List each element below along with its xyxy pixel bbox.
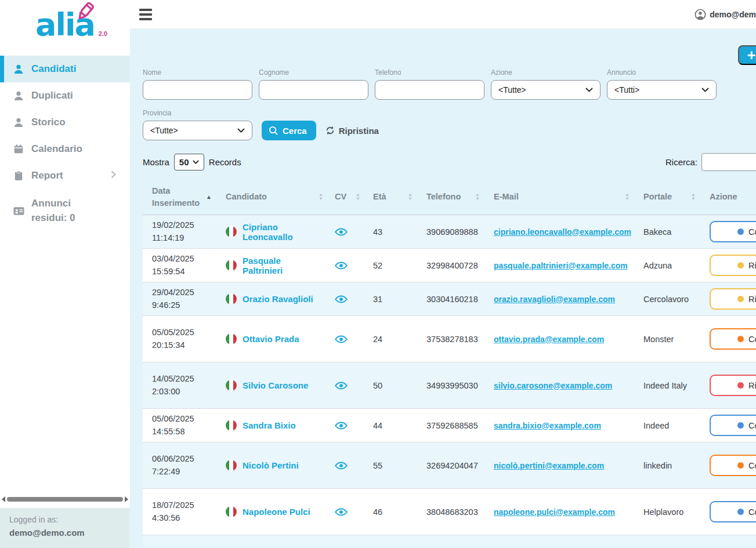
column-header-data-inserimento[interactable]: Data Inserimento ▲ [143,185,216,209]
cell-data-inserimento: 06/06/20257:22:49 [143,453,216,478]
email-link[interactable]: nicolò.pertini@example.com [494,461,604,470]
annuncio-select[interactable]: <Tutti> [607,80,717,100]
scrollbar-right-arrow-icon[interactable] [125,496,128,502]
cell-azione: Conta [700,415,756,436]
view-cv-eye-icon[interactable] [335,262,348,270]
view-cv-eye-icon[interactable] [335,422,348,430]
sidebar-item-calendario[interactable]: Calendario [0,136,130,162]
add-candidate-button[interactable]: + [738,45,756,65]
sidebar-item-duplicati[interactable]: Duplicati [0,82,130,109]
column-header-eta[interactable]: Età ▲▼ [365,191,417,202]
mostra-label: Mostra [143,157,169,167]
action-status-button[interactable]: Conta [710,501,756,522]
italy-flag-icon [226,226,237,237]
column-header-portale[interactable]: Portale ▲▼ [634,191,700,202]
logged-in-user: demo@demo.com [9,528,121,538]
column-header-cv[interactable]: CV ▲▼ [328,191,365,202]
sidebar-item-candidati[interactable]: Candidati [0,56,130,82]
table-row-partial [143,535,756,546]
action-status-label: Conta [748,421,756,430]
sidebar-item-report[interactable]: Report [0,162,130,189]
email-link[interactable]: orazio.ravaglioli@example.com [494,295,615,304]
column-header-telefono[interactable]: Telefono ▲▼ [417,191,484,202]
sidebar-item-annunci-residui[interactable]: Annunci residui: 0 [0,189,130,233]
action-status-button[interactable]: Conta [710,415,756,436]
candidate-name-link[interactable]: Orazio Ravaglioli [243,294,313,304]
view-cv-eye-icon[interactable] [335,508,348,516]
scrollbar-thumb[interactable] [7,497,123,502]
nome-label: Nome [143,68,252,77]
email-link[interactable]: cipriano.leoncavallo@example.com [494,227,631,237]
email-link[interactable]: pasquale.paltrinieri@example.com [494,261,628,270]
action-status-button[interactable]: Ricont [710,255,756,276]
cell-email: orazio.ravaglioli@example.com [484,295,634,304]
action-status-button[interactable]: Collo [710,328,756,350]
sidebar-item-storico[interactable]: Storico [0,109,130,136]
sort-icon: ▲▼ [356,193,360,201]
action-status-button[interactable]: Conta [710,221,756,242]
column-header-candidato[interactable]: Candidato ▲▼ [216,191,328,202]
cell-portale: Indeed Italy [634,381,700,390]
logo-version: 2.0 [99,30,107,37]
sort-asc-icon: ▲ [206,194,212,200]
candidate-name-link[interactable]: Ottavio Prada [243,334,299,344]
italy-flag-icon [226,380,237,391]
email-link[interactable]: ottavio.prada@example.com [494,335,604,344]
provincia-select[interactable]: <Tutte> [143,121,252,140]
candidate-name-link[interactable]: Cipriano Leoncavallo [243,222,323,242]
cerca-button[interactable]: Cerca [262,121,316,140]
cell-email: cipriano.leoncavallo@example.com [484,227,634,237]
status-dot-icon [737,509,744,515]
candidates-table: Data Inserimento ▲ Candidato ▲▼ CV ▲▼ Et… [143,179,756,546]
hamburger-menu-icon[interactable] [139,9,152,20]
candidate-name-link[interactable]: Nicolò Pertini [243,460,299,470]
view-cv-eye-icon[interactable] [335,462,348,470]
ripristina-button[interactable]: Ripristina [325,121,379,140]
email-link[interactable]: napoleone.pulci@example.com [494,507,615,517]
view-cv-eye-icon[interactable] [335,335,348,343]
cell-email: nicolò.pertini@example.com [484,461,634,470]
email-link[interactable]: silvio.carosone@example.com [494,381,612,390]
user-icon [13,64,24,74]
cognome-input[interactable] [259,80,368,100]
view-cv-eye-icon[interactable] [335,295,348,303]
sort-icon: ▲▼ [625,193,630,201]
action-status-label: Conta [748,507,756,517]
view-cv-eye-icon[interactable] [335,382,348,390]
telefono-input[interactable] [375,80,484,100]
main-area: + Nome Cognome Telefono Azione <Tutte> [130,29,756,548]
action-status-button[interactable]: Ricont [710,288,756,310]
status-dot-icon [737,228,744,235]
email-link[interactable]: sandra.bixio@example.com [494,421,601,430]
azione-label: Azione [491,68,601,77]
azione-select[interactable]: <Tutte> [491,80,601,100]
cell-portale: Adzuna [634,261,700,270]
page-size-select[interactable]: 50 [174,154,204,170]
table-row: 19/02/202511:14:19 Cipriano Leoncavallo … [143,215,756,249]
candidate-name-link[interactable]: Silvio Carosone [243,380,308,390]
candidate-name-link[interactable]: Sandra Bixio [243,420,296,430]
action-status-label: Ricont [748,295,756,304]
nome-input[interactable] [143,80,252,100]
action-status-button[interactable]: Collo [710,455,756,476]
cell-email: sandra.bixio@example.com [484,421,634,430]
column-header-email[interactable]: E-Mail ▲▼ [484,191,634,202]
horizontal-scrollbar[interactable] [2,495,128,503]
cell-email: ottavio.prada@example.com [484,335,634,344]
action-status-button[interactable]: Rifiu [710,375,756,396]
ricerca-input[interactable] [701,153,756,171]
candidate-name-link[interactable]: Pasquale Paltrinieri [243,256,323,275]
sidebar-item-label: Duplicati [31,90,73,101]
sidebar-item-label: Calendario [31,143,82,155]
cell-candidato: Orazio Ravaglioli [216,293,328,304]
sort-icon: ▲▼ [691,193,696,201]
cell-azione: Collo [700,328,756,350]
view-cv-eye-icon[interactable] [335,228,348,236]
italy-flag-icon [226,260,237,271]
cell-data-inserimento: 05/06/202514:55:58 [143,413,216,438]
scrollbar-left-arrow-icon[interactable] [2,496,5,502]
user-avatar-icon [694,9,706,20]
topbar-user[interactable]: demo@dem [694,9,756,20]
status-dot-icon [737,336,744,342]
candidate-name-link[interactable]: Napoleone Pulci [243,507,310,517]
